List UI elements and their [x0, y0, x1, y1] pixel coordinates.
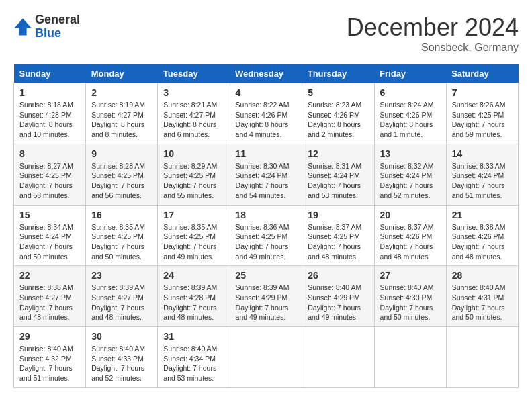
- calendar-cell: 22 Sunrise: 8:38 AMSunset: 4:27 PMDaylig…: [14, 266, 86, 327]
- calendar-header-tuesday: Tuesday: [158, 64, 230, 83]
- day-info: Sunrise: 8:35 AMSunset: 4:25 PMDaylight:…: [91, 223, 145, 261]
- day-number: 5: [308, 87, 368, 98]
- logo: General Blue: [13, 13, 80, 40]
- calendar-week-row: 22 Sunrise: 8:38 AMSunset: 4:27 PMDaylig…: [14, 266, 519, 327]
- day-info: Sunrise: 8:38 AMSunset: 4:27 PMDaylight:…: [19, 283, 73, 321]
- day-info: Sunrise: 8:18 AMSunset: 4:28 PMDaylight:…: [19, 101, 73, 138]
- calendar-cell: 21 Sunrise: 8:38 AMSunset: 4:26 PMDaylig…: [446, 205, 518, 266]
- day-number: 24: [163, 270, 224, 281]
- calendar-cell: 20 Sunrise: 8:37 AMSunset: 4:26 PMDaylig…: [374, 205, 446, 266]
- day-number: 7: [452, 87, 513, 98]
- day-info: Sunrise: 8:39 AMSunset: 4:28 PMDaylight:…: [163, 283, 217, 321]
- calendar-week-row: 1 Sunrise: 8:18 AMSunset: 4:28 PMDayligh…: [14, 83, 519, 144]
- calendar-header-row: SundayMondayTuesdayWednesdayThursdayFrid…: [14, 64, 519, 83]
- day-info: Sunrise: 8:30 AMSunset: 4:24 PMDaylight:…: [236, 162, 290, 199]
- day-info: Sunrise: 8:26 AMSunset: 4:25 PMDaylight:…: [452, 101, 506, 138]
- day-info: Sunrise: 8:40 AMSunset: 4:34 PMDaylight:…: [163, 345, 217, 382]
- day-info: Sunrise: 8:39 AMSunset: 4:29 PMDaylight:…: [236, 283, 290, 321]
- day-info: Sunrise: 8:37 AMSunset: 4:25 PMDaylight:…: [308, 223, 361, 261]
- calendar-table: SundayMondayTuesdayWednesdayThursdayFrid…: [13, 64, 519, 388]
- calendar-cell: 7 Sunrise: 8:26 AMSunset: 4:25 PMDayligh…: [446, 83, 518, 144]
- day-number: 10: [163, 148, 224, 159]
- day-info: Sunrise: 8:28 AMSunset: 4:25 PMDaylight:…: [91, 162, 145, 199]
- day-info: Sunrise: 8:32 AMSunset: 4:24 PMDaylight:…: [380, 162, 434, 199]
- day-number: 28: [452, 270, 513, 281]
- day-number: 20: [380, 210, 441, 220]
- day-number: 15: [19, 210, 80, 220]
- day-number: 25: [236, 270, 297, 281]
- day-info: Sunrise: 8:23 AMSunset: 4:26 PMDaylight:…: [308, 101, 361, 138]
- calendar-cell: 14 Sunrise: 8:33 AMSunset: 4:24 PMDaylig…: [446, 144, 518, 205]
- calendar-cell: 5 Sunrise: 8:23 AMSunset: 4:26 PMDayligh…: [302, 83, 374, 144]
- day-info: Sunrise: 8:24 AMSunset: 4:26 PMDaylight:…: [380, 101, 434, 138]
- calendar-cell: 31 Sunrise: 8:40 AMSunset: 4:34 PMDaylig…: [158, 327, 230, 388]
- calendar-header-saturday: Saturday: [446, 64, 518, 83]
- logo-icon: [13, 17, 32, 36]
- calendar-cell: 10 Sunrise: 8:29 AMSunset: 4:25 PMDaylig…: [158, 144, 230, 205]
- title-area: December 2024 Sonsbeck, Germany: [347, 13, 519, 54]
- day-number: 21: [452, 210, 513, 220]
- svg-marker-0: [14, 18, 31, 35]
- day-number: 13: [380, 148, 441, 159]
- day-info: Sunrise: 8:31 AMSunset: 4:24 PMDaylight:…: [308, 162, 361, 199]
- day-info: Sunrise: 8:27 AMSunset: 4:25 PMDaylight:…: [19, 162, 73, 199]
- page-header: General Blue December 2024 Sonsbeck, Ger…: [13, 13, 519, 54]
- day-info: Sunrise: 8:40 AMSunset: 4:30 PMDaylight:…: [380, 283, 434, 321]
- day-number: 4: [236, 87, 297, 98]
- day-number: 29: [19, 331, 80, 342]
- day-number: 23: [91, 270, 152, 281]
- calendar-week-row: 29 Sunrise: 8:40 AMSunset: 4:32 PMDaylig…: [14, 327, 519, 388]
- calendar-cell: 23 Sunrise: 8:39 AMSunset: 4:27 PMDaylig…: [86, 266, 158, 327]
- day-info: Sunrise: 8:40 AMSunset: 4:32 PMDaylight:…: [19, 345, 73, 382]
- day-number: 17: [163, 210, 224, 220]
- day-info: Sunrise: 8:40 AMSunset: 4:31 PMDaylight:…: [452, 283, 506, 321]
- calendar-cell: 3 Sunrise: 8:21 AMSunset: 4:27 PMDayligh…: [158, 83, 230, 144]
- calendar-header-wednesday: Wednesday: [230, 64, 302, 83]
- calendar-cell: 17 Sunrise: 8:35 AMSunset: 4:25 PMDaylig…: [158, 205, 230, 266]
- day-info: Sunrise: 8:34 AMSunset: 4:24 PMDaylight:…: [19, 223, 73, 261]
- calendar-week-row: 15 Sunrise: 8:34 AMSunset: 4:24 PMDaylig…: [14, 205, 519, 266]
- calendar-cell: 25 Sunrise: 8:39 AMSunset: 4:29 PMDaylig…: [230, 266, 302, 327]
- calendar-header-sunday: Sunday: [14, 64, 86, 83]
- day-info: Sunrise: 8:37 AMSunset: 4:26 PMDaylight:…: [380, 223, 434, 261]
- calendar-cell: 13 Sunrise: 8:32 AMSunset: 4:24 PMDaylig…: [374, 144, 446, 205]
- calendar-cell: 11 Sunrise: 8:30 AMSunset: 4:24 PMDaylig…: [230, 144, 302, 205]
- calendar-header-monday: Monday: [86, 64, 158, 83]
- day-number: 11: [236, 148, 297, 159]
- day-number: 6: [380, 87, 441, 98]
- calendar-cell: 6 Sunrise: 8:24 AMSunset: 4:26 PMDayligh…: [374, 83, 446, 144]
- calendar-cell: 15 Sunrise: 8:34 AMSunset: 4:24 PMDaylig…: [14, 205, 86, 266]
- day-info: Sunrise: 8:35 AMSunset: 4:25 PMDaylight:…: [163, 223, 217, 261]
- day-info: Sunrise: 8:39 AMSunset: 4:27 PMDaylight:…: [91, 283, 145, 321]
- day-number: 8: [19, 148, 80, 159]
- calendar-cell: 26 Sunrise: 8:40 AMSunset: 4:29 PMDaylig…: [302, 266, 374, 327]
- day-info: Sunrise: 8:40 AMSunset: 4:29 PMDaylight:…: [308, 283, 361, 321]
- calendar-cell: 28 Sunrise: 8:40 AMSunset: 4:31 PMDaylig…: [446, 266, 518, 327]
- day-info: Sunrise: 8:21 AMSunset: 4:27 PMDaylight:…: [163, 101, 217, 138]
- day-number: 12: [308, 148, 368, 159]
- calendar-cell: 29 Sunrise: 8:40 AMSunset: 4:32 PMDaylig…: [14, 327, 86, 388]
- calendar-cell: 12 Sunrise: 8:31 AMSunset: 4:24 PMDaylig…: [302, 144, 374, 205]
- day-number: 19: [308, 210, 368, 220]
- calendar-week-row: 8 Sunrise: 8:27 AMSunset: 4:25 PMDayligh…: [14, 144, 519, 205]
- day-number: 30: [91, 331, 152, 342]
- calendar-header-friday: Friday: [374, 64, 446, 83]
- day-number: 16: [91, 210, 152, 220]
- calendar-cell: 2 Sunrise: 8:19 AMSunset: 4:27 PMDayligh…: [86, 83, 158, 144]
- day-info: Sunrise: 8:38 AMSunset: 4:26 PMDaylight:…: [452, 223, 506, 261]
- day-number: 3: [163, 87, 224, 98]
- day-number: 9: [91, 148, 152, 159]
- calendar-cell: [230, 327, 302, 388]
- logo-general-text: General: [35, 13, 80, 27]
- day-number: 1: [19, 87, 80, 98]
- day-number: 18: [236, 210, 297, 220]
- calendar-cell: 27 Sunrise: 8:40 AMSunset: 4:30 PMDaylig…: [374, 266, 446, 327]
- day-info: Sunrise: 8:22 AMSunset: 4:26 PMDaylight:…: [236, 101, 290, 138]
- calendar-cell: 1 Sunrise: 8:18 AMSunset: 4:28 PMDayligh…: [14, 83, 86, 144]
- calendar-cell: [446, 327, 518, 388]
- day-info: Sunrise: 8:36 AMSunset: 4:25 PMDaylight:…: [236, 223, 290, 261]
- day-number: 22: [19, 270, 80, 281]
- calendar-cell: [374, 327, 446, 388]
- day-number: 26: [308, 270, 368, 281]
- day-info: Sunrise: 8:29 AMSunset: 4:25 PMDaylight:…: [163, 162, 217, 199]
